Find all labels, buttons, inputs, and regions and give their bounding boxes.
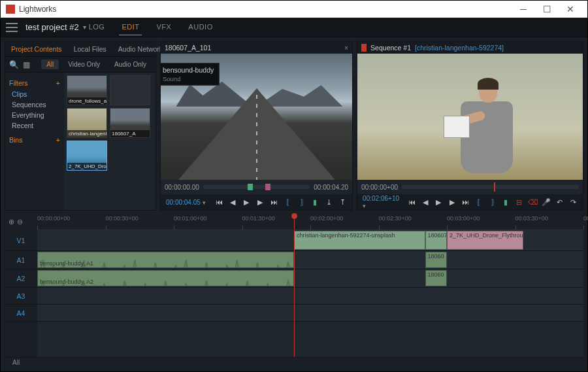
clip-thumbnails: drone_follows_a_car christian-langenhan-…	[64, 73, 155, 210]
menu-icon[interactable]	[6, 23, 18, 32]
track-label-v1[interactable]: V1	[5, 230, 37, 251]
bin-tab-local[interactable]: Local Files	[68, 42, 112, 56]
go-end-icon[interactable]: ⏭	[461, 198, 470, 206]
timeline-tracks[interactable]: christian-langenhan-592274-unsplash 1806…	[37, 230, 583, 357]
mic-icon[interactable]: 🎤	[542, 198, 551, 207]
remove-icon[interactable]: ⊟	[515, 198, 524, 207]
timeline-clip[interactable]: christian-langenhan-592274-unsplash	[294, 231, 425, 250]
play-icon[interactable]: ▶	[242, 198, 251, 207]
mark-clip-icon[interactable]: ▮	[310, 198, 319, 207]
play-icon[interactable]: ▶	[434, 198, 444, 207]
bin-tab-project[interactable]: Project Contents	[5, 42, 68, 56]
ruler-playhead[interactable]	[294, 213, 295, 229]
tab-log[interactable]: LOG	[86, 19, 108, 35]
source-title: 180607_A_101	[165, 44, 211, 52]
zoom-out-icon[interactable]: ⊖	[17, 218, 23, 226]
track-label-a4[interactable]: A4	[5, 305, 37, 322]
grid-view-icon[interactable]: ▦	[23, 60, 30, 69]
timeline-clip[interactable]: 2_7K_UHD_Drone_Flythrough	[447, 231, 523, 250]
maximize-button[interactable]: ☐	[535, 1, 559, 18]
tc-in: 00:00:00.00	[165, 184, 199, 191]
sidebar-item-clips[interactable]: Clips	[9, 89, 60, 99]
record-indicator-icon	[361, 44, 367, 52]
step-back-icon[interactable]: ◀	[421, 198, 430, 207]
close-icon[interactable]: ×	[344, 44, 348, 52]
clip-label: christian-langenhan-592274-unsplash	[297, 232, 395, 239]
mark-out-handle[interactable]	[265, 184, 270, 190]
undo-icon[interactable]: ↶	[555, 198, 564, 207]
step-fwd-icon[interactable]: ▶	[255, 198, 265, 207]
overwrite-icon[interactable]: ⤒	[338, 198, 347, 207]
track-label-a3[interactable]: A3	[5, 288, 37, 305]
track-label-a2[interactable]: A2	[5, 269, 37, 288]
mark-out-icon[interactable]: ⟧	[488, 198, 497, 207]
clip-label: 18060	[428, 271, 444, 278]
source-viewport[interactable]: bensound-buddy Sound	[161, 54, 352, 180]
timeline-ruler[interactable]: 00:00:00+0000:00:30+0000:01:00+0000:01:3…	[37, 213, 583, 230]
mark-clip-icon[interactable]: ▮	[501, 198, 510, 207]
source-scrubber[interactable]	[203, 185, 310, 189]
sidebar-item-recent[interactable]: Recent	[9, 120, 60, 131]
timeline-clip-audio[interactable]: bensound-buddy, A1	[37, 252, 294, 268]
step-fwd-icon[interactable]: ▶	[448, 198, 457, 207]
clip-link[interactable]: [christian-langenhan-592274]	[415, 44, 504, 52]
mark-in-icon[interactable]: ⟦	[474, 198, 483, 207]
tc-out: 00:00:04.20	[314, 184, 348, 191]
clip-label: 2_7K_UHD_Drone_Flythrough	[449, 232, 523, 239]
mark-out-icon[interactable]: ⟧	[297, 198, 306, 207]
track-label-a1[interactable]: A1	[5, 251, 37, 269]
add-filter-icon[interactable]: +	[56, 79, 60, 87]
mark-in-icon[interactable]: ⟦	[283, 198, 292, 207]
filter-all[interactable]: All	[41, 59, 59, 69]
all-tracks-label[interactable]: All	[12, 359, 20, 366]
redo-icon[interactable]: ↷	[569, 198, 578, 207]
thumb-label: 180607_A	[110, 130, 150, 137]
filter-audio[interactable]: Audio Only	[109, 59, 152, 69]
clip-thumb-selected[interactable]: 2_7K_UHD_Drone_Fly	[67, 141, 107, 171]
timeline-clip-audio[interactable]: 18060	[425, 252, 447, 268]
tab-audio[interactable]: AUDIO	[186, 19, 215, 35]
tab-vfx[interactable]: VFX	[154, 19, 174, 35]
sidebar-item-sequences[interactable]: Sequences	[9, 99, 60, 110]
app-header: test project #2 ▾ LOG EDIT VFX AUDIO	[1, 18, 587, 37]
go-start-icon[interactable]: ⏮	[214, 198, 223, 206]
project-name[interactable]: test project #2	[25, 22, 79, 32]
ruler-tick: 00:04:00+00	[583, 215, 588, 222]
clip-tooltip: bensound-buddy Sound	[161, 63, 220, 86]
search-icon[interactable]: 🔍	[9, 60, 19, 69]
zoom-in-icon[interactable]: ⊕	[8, 218, 14, 226]
app-title: Lightworks	[19, 5, 56, 14]
delete-icon[interactable]: ⌫	[528, 198, 537, 207]
tc-current: 00:00:04.05 ▾	[166, 199, 206, 206]
timeline-clip[interactable]: 180607	[425, 231, 447, 250]
timeline-clip-audio[interactable]: 18060	[425, 270, 447, 286]
go-start-icon[interactable]: ⏮	[408, 198, 417, 206]
clip-thumb[interactable]: christian-langenhan-5	[67, 108, 107, 138]
sidebar-item-everything[interactable]: Everything	[9, 110, 60, 120]
go-end-icon[interactable]: ⏭	[269, 198, 278, 206]
record-scrubber[interactable]	[402, 185, 579, 189]
record-viewport[interactable]	[357, 54, 583, 180]
tooltip-title: bensound-buddy	[163, 66, 214, 74]
add-bin-icon[interactable]: +	[56, 136, 60, 144]
timeline-clip-audio[interactable]: bensound-buddy, A2	[37, 270, 294, 286]
close-window-button[interactable]: ✕	[559, 1, 582, 18]
mark-in-handle[interactable]	[248, 184, 253, 190]
bins-heading: Bins	[9, 136, 22, 144]
playhead-icon[interactable]	[494, 182, 495, 192]
step-back-icon[interactable]: ◀	[228, 198, 237, 207]
ruler-tick: 00:01:30+00	[242, 215, 275, 222]
minimize-button[interactable]: ─	[512, 1, 535, 18]
filter-video[interactable]: Video Only	[63, 59, 105, 69]
timeline-playhead[interactable]	[294, 230, 295, 357]
tab-edit[interactable]: EDIT	[119, 19, 142, 35]
clip-label: bensound-buddy, A1	[40, 260, 93, 267]
clip-thumb[interactable]	[110, 75, 150, 105]
clip-thumb[interactable]: 180607_A	[110, 108, 150, 138]
clip-thumb[interactable]: drone_follows_a_car	[67, 75, 107, 105]
insert-icon[interactable]: ⤓	[324, 198, 333, 207]
ruler-tick: 00:00:30+00	[106, 215, 139, 222]
bin-sidebar: Filters+ Clips Sequences Everything Rece…	[5, 73, 64, 210]
tc-current: 00:02:06+10 ▾	[363, 195, 402, 209]
thumb-label: 2_7K_UHD_Drone_Fly	[67, 163, 106, 170]
